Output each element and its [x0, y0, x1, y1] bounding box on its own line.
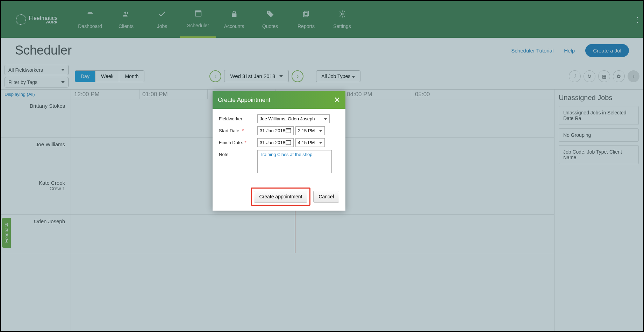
note-label: Note:	[219, 150, 257, 157]
finish-date-input[interactable]: 31-Jan-2018	[257, 138, 294, 147]
chevron-down-icon	[319, 130, 322, 132]
cancel-button[interactable]: Cancel	[313, 191, 339, 203]
create-appointment-modal: Create Appointment ✕ Fieldworker: Joe Wi…	[213, 91, 345, 211]
finish-time-input[interactable]: 4:15 PM	[295, 138, 325, 147]
calendar-icon	[286, 140, 291, 145]
modal-header: Create Appointment ✕	[213, 91, 345, 109]
modal-title: Create Appointment	[218, 97, 270, 104]
chevron-down-icon	[324, 118, 327, 120]
highlight-annotation: Create appointment	[251, 188, 310, 206]
close-icon[interactable]: ✕	[334, 96, 340, 105]
calendar-icon	[286, 128, 291, 133]
note-textarea[interactable]	[257, 150, 332, 173]
start-date-label: Start Date:*	[219, 126, 257, 133]
modal-body: Fieldworker: Joe Williams, Oden Joseph S…	[213, 109, 345, 183]
start-date-input[interactable]: 31-Jan-2018	[257, 126, 294, 135]
modal-actions: Create appointment Cancel	[213, 183, 345, 211]
fieldworker-select[interactable]: Joe Williams, Oden Joseph	[257, 114, 330, 123]
fieldworker-label: Fieldworker:	[219, 114, 257, 121]
create-appointment-button[interactable]: Create appointment	[254, 191, 307, 203]
start-time-input[interactable]: 2:15 PM	[295, 126, 325, 135]
finish-date-label: Finish Date:*	[219, 138, 257, 145]
chevron-down-icon	[319, 142, 322, 144]
